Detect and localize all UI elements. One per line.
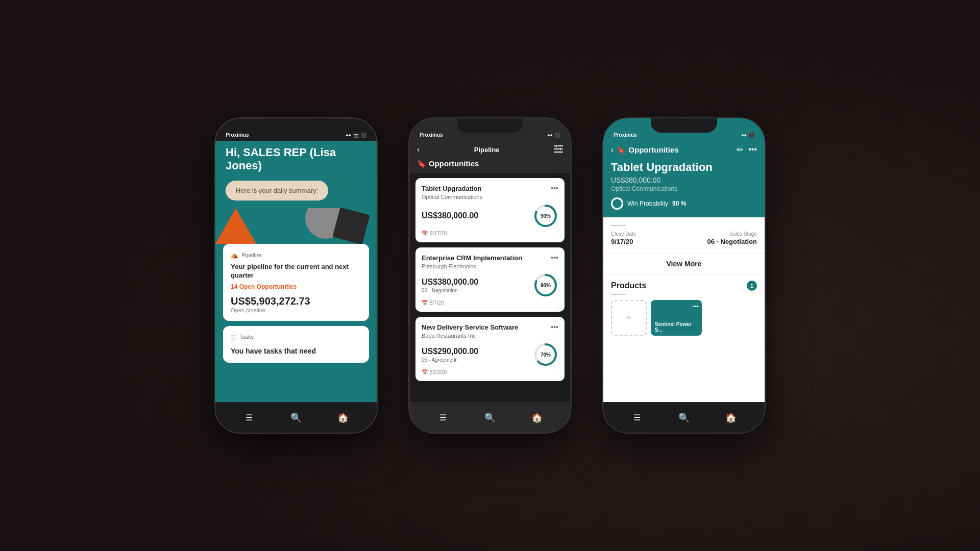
pipeline-label: Pipeline xyxy=(241,252,261,258)
add-product-btn[interactable]: + xyxy=(611,300,647,336)
phone2-screen: ‹ Pipeline 🔖 Opportunities xyxy=(409,141,571,402)
more-icon-3[interactable]: ••• xyxy=(748,145,757,155)
detail-amount: US$380,000.00 xyxy=(611,176,757,184)
phone1-cards: ⛺ Pipeline Your pipeline for the current… xyxy=(215,244,377,402)
tasks-title-row: ☰ Tasks xyxy=(231,334,361,343)
filter-button[interactable] xyxy=(554,145,563,154)
svg-point-4 xyxy=(559,147,562,150)
opp2-more[interactable]: ••• xyxy=(551,254,558,262)
opportunities-list: Tablet Upgradation ••• Optical Communica… xyxy=(409,173,571,402)
phone3-home-btn[interactable]: 🏠 xyxy=(725,412,737,424)
product-card-1[interactable]: ••• Sentinel Power S... xyxy=(651,300,702,336)
sales-stage-label: Sales Stage xyxy=(686,231,757,237)
pipeline-amount: US$5,903,272.73 xyxy=(231,295,361,307)
phone1-search-btn[interactable]: 🔍 xyxy=(290,412,302,424)
phone-3: Proximus ●● ⬛ ‹ 🔖 Opportunities ✏ ••• xyxy=(602,117,766,434)
detail-grid: Close Date 9/17/20 Sales Stage 06 - Nego… xyxy=(611,231,757,245)
detail-title: Tablet Upgradation xyxy=(611,161,757,174)
opp1-date: 9/17/20 xyxy=(430,231,447,236)
opp3-stage: 05 - Agreement xyxy=(422,357,478,363)
phone1-art xyxy=(215,208,377,244)
svg-point-3 xyxy=(555,145,558,147)
tasks-text: You have tasks that need xyxy=(231,347,361,355)
opp2-progress: 90% xyxy=(533,272,558,298)
opp2-title-row: Enterprise CRM Implementation ••• xyxy=(422,254,558,262)
detail-divider xyxy=(611,225,626,226)
opp2-date-row: 📅 5/7/20 xyxy=(422,300,558,306)
phone2-menu-btn[interactable]: ☰ xyxy=(437,412,449,424)
opp2-company: Pittsburgh Electronics xyxy=(422,263,558,269)
notch-2 xyxy=(457,118,523,133)
pipeline-card[interactable]: ⛺ Pipeline Your pipeline for the current… xyxy=(223,244,369,321)
opp1-amount-block: US$380,000.00 xyxy=(422,211,478,220)
phone3-nav: ‹ 🔖 Opportunities ✏ ••• xyxy=(611,145,757,155)
product-more[interactable]: ••• xyxy=(693,303,699,309)
phone3-nav-right: ✏ ••• xyxy=(737,145,757,155)
opp3-title: New Delivery Service Software xyxy=(422,323,518,331)
notch-1 xyxy=(263,118,329,133)
detail-company: Optical Communications xyxy=(611,185,757,192)
phone3-header: ‹ 🔖 Opportunities ✏ ••• Tablet Upgradati… xyxy=(603,141,765,217)
carrier-2: Proximus xyxy=(420,132,443,138)
opp3-company: Bada Restaurants Inc xyxy=(422,333,558,339)
summary-bubble: Here is your daily summary: xyxy=(226,181,328,201)
phone2-bottom-bar: ☰ 🔍 🏠 xyxy=(409,402,571,433)
close-date-label: Close Date xyxy=(611,231,682,237)
opp3-amount-block: US$290,000.00 05 - Agreement xyxy=(422,347,478,363)
phone2-search-btn[interactable]: 🔍 xyxy=(484,412,496,424)
phone2-home-btn[interactable]: 🏠 xyxy=(531,412,543,424)
carrier-3: Proximus xyxy=(614,132,637,138)
tasks-label: Tasks xyxy=(239,334,254,340)
phone3-menu-btn[interactable]: ☰ xyxy=(631,412,643,424)
opp3-title-row: New Delivery Service Software ••• xyxy=(422,323,558,331)
carrier-1: Proximus xyxy=(226,132,249,138)
bookmark-icon-3[interactable]: 🔖 xyxy=(617,146,625,154)
edit-icon-3[interactable]: ✏ xyxy=(737,145,743,155)
phone2-sub-header: 🔖 Opportunities xyxy=(409,159,571,173)
opp2-amount-row: US$380,000.00 06 - Negotiation 90% xyxy=(422,272,558,298)
opp3-percent: 70% xyxy=(541,352,551,358)
win-prob-circle xyxy=(611,197,623,210)
phone1-screen: Hi, SALES REP (Lisa Jones) Here is your … xyxy=(215,141,377,402)
phones-container: Proximus ●● 📷 ⬛ Hi, SALES REP (Lisa Jone… xyxy=(214,117,766,434)
opportunity-1[interactable]: Tablet Upgradation ••• Optical Communica… xyxy=(415,178,565,242)
opportunities-subtitle: Opportunities xyxy=(429,159,479,168)
greeting-text: Hi, SALES REP (Lisa Jones) xyxy=(226,146,366,173)
opp3-progress: 70% xyxy=(533,342,558,367)
svg-rect-2 xyxy=(554,152,563,153)
product-name: Sentinel Power S... xyxy=(655,321,698,333)
pipeline-icon: ⛺ xyxy=(231,252,238,259)
opp2-stage: 06 - Negotiation xyxy=(422,288,478,293)
opp2-title: Enterprise CRM Implementation xyxy=(422,254,522,262)
pipeline-title: Pipeline xyxy=(420,146,554,154)
opp3-date: 5/23/20 xyxy=(430,369,447,375)
phone3-search-btn[interactable]: 🔍 xyxy=(678,412,690,424)
opp2-amount: US$380,000.00 xyxy=(422,278,478,287)
products-title: Products xyxy=(611,281,646,290)
pipeline-opportunities: 14 Open Opportunities xyxy=(231,283,361,290)
phone3-nav-left: ‹ 🔖 Opportunities xyxy=(611,145,679,155)
opportunity-2[interactable]: Enterprise CRM Implementation ••• Pittsb… xyxy=(415,247,565,312)
tasks-card[interactable]: ☰ Tasks You have tasks that need xyxy=(223,326,369,363)
opp1-title: Tablet Upgradation xyxy=(422,185,481,192)
phone1-menu-btn[interactable]: ☰ xyxy=(243,412,255,424)
win-prob-label: Win Probability xyxy=(627,200,668,207)
phone1-header: Hi, SALES REP (Lisa Jones) Here is your … xyxy=(215,141,377,208)
opp1-more[interactable]: ••• xyxy=(551,184,558,192)
status-icons-1: ●● 📷 ⬛ xyxy=(346,133,366,138)
opp3-amount-row: US$290,000.00 05 - Agreement 70% xyxy=(422,342,558,367)
sales-stage-value: 06 - Negotiation xyxy=(686,238,757,245)
opp1-date-row: 📅 9/17/20 xyxy=(422,231,558,236)
tasks-icon: ☰ xyxy=(231,335,236,342)
phone3-bottom-bar: ☰ 🔍 🏠 xyxy=(603,402,765,433)
status-icons-3: ●● ⬛ xyxy=(741,133,754,138)
back-button-3[interactable]: ‹ xyxy=(611,145,614,155)
view-more-button[interactable]: View More xyxy=(603,254,765,274)
phone3-content: Close Date 9/17/20 Sales Stage 06 - Nego… xyxy=(603,217,765,402)
detail-section: Close Date 9/17/20 Sales Stage 06 - Nego… xyxy=(603,217,765,254)
bookmark-icon-2: 🔖 xyxy=(417,160,426,168)
opp2-amount-block: US$380,000.00 06 - Negotiation xyxy=(422,278,478,293)
opportunity-3[interactable]: New Delivery Service Software ••• Bada R… xyxy=(415,317,565,381)
phone1-home-btn[interactable]: 🏠 xyxy=(337,412,349,424)
opp3-more[interactable]: ••• xyxy=(551,323,558,331)
